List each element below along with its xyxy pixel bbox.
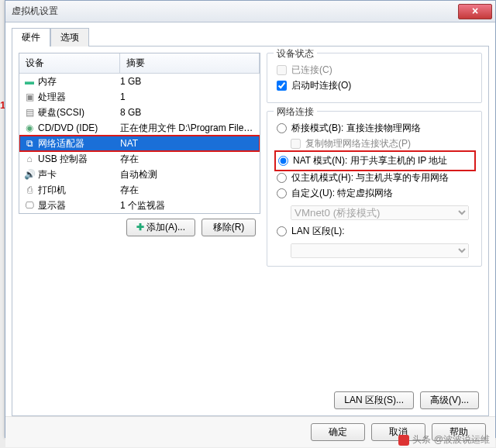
add-button[interactable]: ✚ 添加(A)...	[126, 219, 195, 236]
list-item[interactable]: 🖵显示器1 个监视器	[19, 198, 260, 213]
dialog-window: 虚拟机设置 × 硬件 选项 设备 摘要 ▬内存1 GB ▣处理器1 ▤硬盘(SC…	[5, 0, 496, 438]
checkbox-connect-on-start[interactable]: 启动时连接(O)	[277, 79, 474, 92]
list-item[interactable]: ▤硬盘(SCSI)8 GB	[19, 105, 260, 120]
checkbox-replicate: 复制物理网络连接状态(P)	[291, 137, 474, 150]
close-button[interactable]: ×	[458, 4, 492, 19]
usb-icon: ⌂	[22, 153, 36, 164]
list-item-selected[interactable]: ⧉网络适配器NAT	[19, 136, 260, 151]
radio-lanseg[interactable]: LAN 区段(L):	[277, 225, 474, 238]
radio-custom[interactable]: 自定义(U): 特定虚拟网络	[277, 187, 474, 200]
watermark: 头条 @波波说运维	[398, 433, 490, 446]
group-title: 设备状态	[274, 47, 317, 60]
device-list: 设备 摘要 ▬内存1 GB ▣处理器1 ▤硬盘(SCSI)8 GB ◉CD/DV…	[19, 53, 260, 214]
advanced-button[interactable]: 高级(V)...	[420, 391, 479, 409]
radio-bridged[interactable]: 桥接模式(B): 直接连接物理网络	[277, 122, 474, 135]
disk-icon: ▤	[22, 107, 36, 118]
remove-button[interactable]: 移除(R)	[202, 219, 256, 236]
display-icon: 🖵	[22, 200, 36, 211]
lan-segments-button[interactable]: LAN 区段(S)...	[334, 391, 414, 409]
network-icon: ⧉	[22, 138, 36, 149]
radio-nat[interactable]: NAT 模式(N): 用于共享主机的 IP 地址	[278, 154, 472, 167]
printer-icon: ⎙	[22, 184, 36, 195]
list-item[interactable]: 🔊声卡自动检测	[19, 167, 260, 182]
memory-icon: ▬	[22, 76, 36, 87]
list-item[interactable]: ⌂USB 控制器存在	[19, 151, 260, 167]
cpu-icon: ▣	[22, 91, 36, 102]
list-item[interactable]: ◉CD/DVD (IDE)正在使用文件 D:\Program Files\VM.…	[19, 120, 260, 136]
tab-strip: 硬件 选项	[12, 27, 489, 46]
tab-options[interactable]: 选项	[50, 28, 89, 47]
custom-network-select[interactable]: VMnet0 (桥接模式)	[291, 205, 469, 220]
radio-hostonly[interactable]: 仅主机模式(H): 与主机共享的专用网络	[277, 171, 474, 184]
group-network-connection: 网络连接 桥接模式(B): 直接连接物理网络 复制物理网络连接状态(P) NAT…	[267, 111, 482, 267]
col-device[interactable]: 设备	[19, 53, 120, 73]
list-item[interactable]: ▣处理器1	[19, 89, 260, 105]
col-summary[interactable]: 摘要	[120, 53, 260, 73]
tab-hardware[interactable]: 硬件	[12, 28, 50, 47]
sound-icon: 🔊	[22, 169, 36, 180]
list-item[interactable]: ▬内存1 GB	[19, 74, 260, 89]
ok-button[interactable]: 确定	[311, 423, 365, 441]
group-title: 网络连接	[274, 105, 317, 119]
list-header: 设备 摘要	[19, 53, 260, 74]
group-device-status: 设备状态 已连接(C) 启动时连接(O)	[267, 53, 482, 103]
highlight-nat: NAT 模式(N): 用于共享主机的 IP 地址	[277, 153, 474, 169]
list-item[interactable]: ⎙打印机存在	[19, 182, 260, 198]
window-title: 虚拟机设置	[12, 5, 58, 18]
checkbox-connected[interactable]: 已连接(C)	[277, 64, 474, 77]
titlebar: 虚拟机设置 ×	[5, 1, 495, 22]
cd-icon: ◉	[22, 122, 36, 133]
lan-segment-select[interactable]	[291, 243, 469, 258]
tab-pane: 设备 摘要 ▬内存1 GB ▣处理器1 ▤硬盘(SCSI)8 GB ◉CD/DV…	[12, 46, 489, 416]
watermark-logo-icon	[398, 435, 409, 446]
